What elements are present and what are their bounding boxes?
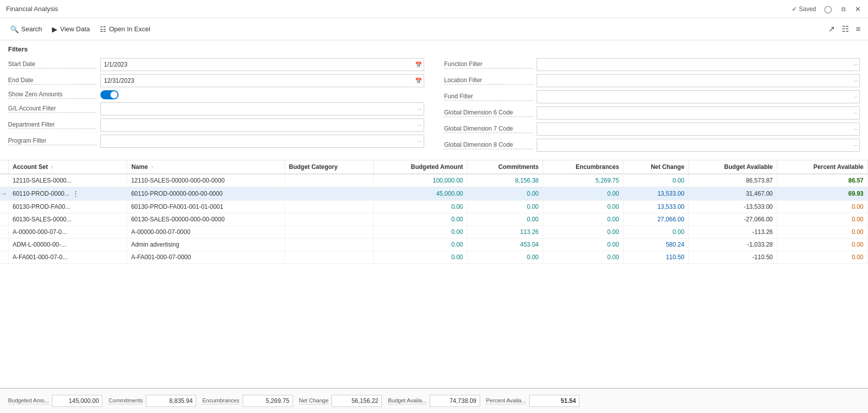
saved-status: ✓ Saved [792, 6, 816, 13]
cell-budgeted-amount: 45,000.00 [373, 187, 467, 201]
toolbar: 🔍 Search ▶ View Data ☷ Open In Excel ↗ ☷… [0, 18, 868, 40]
title-bar-actions: ✓ Saved ◯ ⧈ ✕ [792, 4, 862, 14]
department-ellipsis-icon[interactable]: ··· [416, 121, 423, 129]
filter-icon[interactable]: ☷ [840, 23, 850, 35]
cell-encumbrances-value: 0.00 [607, 216, 619, 223]
bookmark-icon[interactable]: ◯ [823, 4, 833, 14]
filter-location-row: Location Filter ··· [444, 74, 860, 87]
gd8-ellipsis-icon[interactable]: ··· [852, 141, 859, 149]
view-data-button[interactable]: ▶ View Data [48, 23, 94, 35]
footer-percent-avail-value: 51.54 [529, 395, 580, 407]
end-date-label: End Date [8, 77, 96, 85]
sort-asc-icon-name: ↑ [151, 164, 153, 170]
cell-net-change: 580.24 [623, 239, 688, 251]
open-excel-button[interactable]: ☷ Open In Excel [96, 23, 154, 35]
gd7-input[interactable] [537, 123, 860, 136]
cell-percent-available: 0.00 [777, 239, 868, 251]
table-row[interactable]: 12110-SALES-0000...12110-SALES-00000-000… [0, 174, 868, 187]
show-zero-toggle[interactable] [100, 90, 119, 99]
cell-budget-available: -113.26 [688, 226, 777, 239]
cell-net-change-value: 0.00 [672, 228, 684, 235]
table-container[interactable]: Account Set ↑ Name ↑ Budget Category Bud… [0, 160, 868, 388]
gd6-input[interactable] [537, 106, 860, 120]
cell-net-change: 27,066.00 [623, 213, 688, 226]
cell-commitments: 0.00 [468, 213, 543, 226]
menu-icon[interactable]: ≡ [854, 23, 862, 35]
cell-budget-available-value: 86,573.87 [746, 177, 773, 184]
fund-input[interactable] [537, 90, 860, 103]
gd6-ellipsis-icon[interactable]: ··· [852, 109, 859, 117]
kebab-menu-button[interactable]: ⋮ [71, 190, 81, 198]
gl-account-input[interactable] [100, 102, 424, 115]
col-budget-category-header[interactable]: Budget Category [284, 160, 373, 174]
function-input[interactable] [537, 58, 860, 71]
cell-encumbrances: 0.00 [543, 251, 623, 264]
share-icon[interactable]: ↗ [827, 23, 836, 35]
cell-name-value: 60130-PROD-FA001-001-01-0001 [131, 203, 223, 210]
program-input[interactable] [100, 135, 424, 148]
footer-net-change: Net Change 56,156.22 [299, 395, 382, 407]
table-row[interactable]: ADM-L-00000-00-...Admin advertising0.004… [0, 239, 868, 251]
col-budgeted-amount-header[interactable]: Budgeted Amount [373, 160, 467, 174]
table-body: 12110-SALES-0000...12110-SALES-00000-000… [0, 174, 868, 264]
gl-account-input-wrap: ··· [100, 102, 424, 115]
cell-budgeted-amount-value: 45,000.00 [436, 190, 463, 197]
gd8-input[interactable] [537, 139, 860, 152]
cell-commitments-value: 0.00 [527, 203, 539, 210]
account-set-value: ADM-L-00000-00-... [13, 241, 66, 248]
cell-percent-available-value: 0.00 [852, 203, 863, 210]
col-budget-available-header[interactable]: Budget Available [688, 160, 777, 174]
cell-budget-category [284, 226, 373, 239]
cell-commitments-value: 453.04 [520, 241, 539, 248]
filter-program-row: Program Filter ··· [8, 135, 424, 148]
cell-percent-available-value: 86.57 [848, 177, 863, 184]
col-net-change-header[interactable]: Net Change [623, 160, 688, 174]
search-icon: 🔍 [10, 25, 19, 33]
col-encumbrances-header[interactable]: Encumbrances [543, 160, 623, 174]
cell-budgeted-amount: 0.00 [373, 251, 467, 264]
footer-commitments: Commitments 8,835.94 [108, 395, 196, 407]
function-ellipsis-icon[interactable]: ··· [852, 61, 859, 69]
col-percent-available-header[interactable]: Percent Available [777, 160, 868, 174]
fund-label: Fund Filter [444, 93, 533, 101]
table-wrap: Account Set ↑ Name ↑ Budget Category Bud… [0, 160, 868, 413]
gl-account-ellipsis-icon[interactable]: ··· [416, 105, 423, 113]
table-row[interactable]: →60110-PROD-0000...⋮60110-PROD-00000-000… [0, 187, 868, 201]
cell-budgeted-amount-value: 0.00 [451, 254, 463, 261]
table-row[interactable]: A-FA001-000-07-0...A-FA001-000-07-00000.… [0, 251, 868, 264]
location-ellipsis-icon[interactable]: ··· [852, 77, 859, 85]
table-row[interactable]: 60130-SALES-0000...60130-SALES-00000-000… [0, 213, 868, 226]
location-input[interactable] [537, 74, 860, 87]
gd6-input-wrap: ··· [537, 106, 860, 120]
footer-budgeted: Budgeted Amo... 145,000.00 [8, 395, 102, 407]
department-input[interactable] [100, 119, 424, 132]
cell-budgeted-amount: 0.00 [373, 213, 467, 226]
start-date-input[interactable] [100, 58, 424, 71]
fund-ellipsis-icon[interactable]: ··· [852, 93, 859, 101]
cell-net-change-value: 0.00 [672, 177, 684, 184]
program-ellipsis-icon[interactable]: ··· [416, 137, 423, 145]
cell-name-value: 60130-SALES-00000-000-00-0000 [131, 216, 224, 223]
program-input-wrap: ··· [100, 135, 424, 148]
cell-budget-available-value: -27,066.00 [744, 216, 773, 223]
end-date-input[interactable] [100, 74, 424, 87]
col-name-header[interactable]: Name ↑ [127, 160, 284, 174]
cell-percent-available: 0.00 [777, 226, 868, 239]
table-row[interactable]: A-00000-000-07-0...A-00000-000-07-00000.… [0, 226, 868, 239]
gd7-ellipsis-icon[interactable]: ··· [852, 125, 859, 133]
program-label: Program Filter [8, 137, 96, 145]
sort-asc-icon: ↑ [51, 164, 53, 170]
fund-input-wrap: ··· [537, 90, 860, 103]
close-icon[interactable]: ✕ [854, 4, 862, 14]
col-commitments-header[interactable]: Commitments [468, 160, 543, 174]
cell-budget-category [284, 213, 373, 226]
footer-encumbrances: Encumbrances 5,269.75 [202, 395, 293, 407]
table-row[interactable]: 60130-PROD-FA00...60130-PROD-FA001-001-0… [0, 201, 868, 213]
calendar-icon[interactable]: 📅 [414, 61, 423, 69]
cell-percent-available: 69.93 [777, 187, 868, 201]
expand-icon[interactable]: ⧈ [840, 4, 847, 14]
cell-budget-available-value: -1,033.28 [747, 241, 773, 248]
col-account-set-header[interactable]: Account Set ↑ [9, 160, 127, 174]
search-button[interactable]: 🔍 Search [6, 23, 46, 35]
end-date-calendar-icon[interactable]: 📅 [414, 77, 423, 85]
